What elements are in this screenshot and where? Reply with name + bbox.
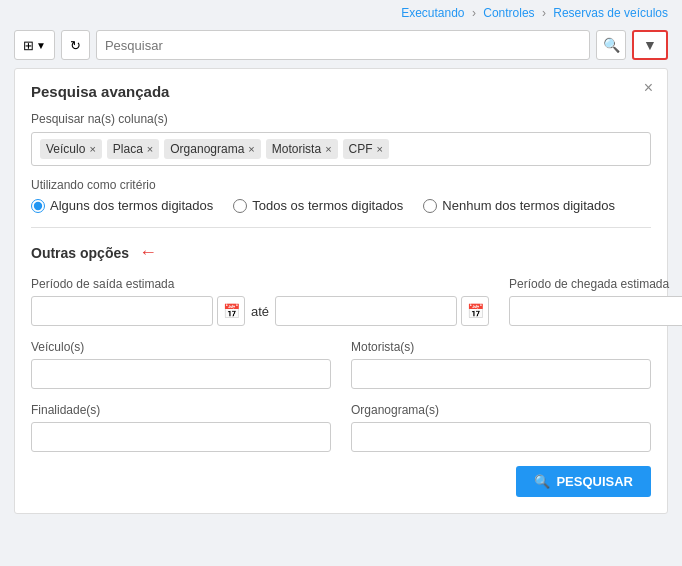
panel-title: Pesquisa avançada	[31, 83, 651, 100]
outras-header: Outras opções ←	[31, 242, 651, 263]
chegada-start-input[interactable]	[509, 296, 682, 326]
breadcrumb-reservas[interactable]: Reservas de veículos	[553, 6, 668, 20]
breadcrumb-controles[interactable]: Controles	[483, 6, 534, 20]
breadcrumb-executando[interactable]: Executando	[401, 6, 464, 20]
radio-nenhum[interactable]: Nenhum dos termos digitados	[423, 198, 615, 213]
search-btn-icon: 🔍	[534, 474, 550, 489]
tag-placa: Placa ×	[107, 139, 159, 159]
tag-veiculo: Veículo ×	[40, 139, 102, 159]
finalidade-organograma-row: Finalidade(s) Organograma(s)	[31, 403, 651, 452]
breadcrumb-sep-1: ›	[472, 6, 476, 20]
tag-organograma-close[interactable]: ×	[248, 143, 254, 155]
calendar-icon: 📅	[223, 303, 240, 319]
radio-alguns[interactable]: Alguns dos termos digitados	[31, 198, 213, 213]
finalidade-input[interactable]	[31, 422, 331, 452]
organograma-field: Organograma(s)	[351, 403, 651, 452]
export-button[interactable]: ⊞ ▼	[14, 30, 55, 60]
filter-button[interactable]: ▼	[632, 30, 668, 60]
calendar-icon-2: 📅	[467, 303, 484, 319]
motorista-field: Motorista(s)	[351, 340, 651, 389]
tag-motorista-label: Motorista	[272, 142, 321, 156]
tag-cpf-close[interactable]: ×	[377, 143, 383, 155]
chegada-date-range: 📅 até 📅	[509, 296, 682, 326]
search-input[interactable]	[96, 30, 590, 60]
dropdown-arrow-icon: ▼	[36, 40, 46, 51]
veiculo-motorista-row: Veículo(s) Motorista(s)	[31, 340, 651, 389]
tags-container: Veículo × Placa × Organograma × Motorist…	[31, 132, 651, 166]
saida-period-group: Período de saída estimada 📅 até 📅	[31, 277, 489, 326]
saida-start-cal-button[interactable]: 📅	[217, 296, 245, 326]
pesquisar-button[interactable]: 🔍 PESQUISAR	[516, 466, 651, 497]
criteria-label: Utilizando como critério	[31, 178, 651, 192]
radio-todos[interactable]: Todos os termos digitados	[233, 198, 403, 213]
saida-end-input[interactable]	[275, 296, 457, 326]
close-button[interactable]: ×	[644, 79, 653, 97]
tag-organograma-label: Organograma	[170, 142, 244, 156]
finalidade-label: Finalidade(s)	[31, 403, 331, 417]
radio-alguns-label: Alguns dos termos digitados	[50, 198, 213, 213]
tag-cpf-label: CPF	[349, 142, 373, 156]
search-btn-label: PESQUISAR	[556, 474, 633, 489]
search-btn-wrap: 🔍 PESQUISAR	[31, 466, 651, 497]
saida-ate-label: até	[249, 304, 271, 319]
tag-placa-label: Placa	[113, 142, 143, 156]
column-label: Pesquisar na(s) coluna(s)	[31, 112, 651, 126]
refresh-button[interactable]: ↻	[61, 30, 90, 60]
tag-motorista-close[interactable]: ×	[325, 143, 331, 155]
saida-label: Período de saída estimada	[31, 277, 489, 291]
divider	[31, 227, 651, 228]
table-icon: ⊞	[23, 38, 34, 53]
search-button[interactable]: 🔍	[596, 30, 626, 60]
saida-end-cal-button[interactable]: 📅	[461, 296, 489, 326]
tag-veiculo-label: Veículo	[46, 142, 85, 156]
tag-motorista: Motorista ×	[266, 139, 338, 159]
veiculo-label: Veículo(s)	[31, 340, 331, 354]
search-input-wrap	[96, 30, 590, 60]
arrow-right-icon: ←	[139, 242, 157, 263]
chegada-label: Período de chegada estimada	[509, 277, 682, 291]
radio-todos-input[interactable]	[233, 199, 247, 213]
search-icon: 🔍	[603, 37, 620, 53]
advanced-search-panel: × Pesquisa avançada Pesquisar na(s) colu…	[14, 68, 668, 514]
radio-nenhum-label: Nenhum dos termos digitados	[442, 198, 615, 213]
outras-title: Outras opções	[31, 245, 129, 261]
saida-start-input[interactable]	[31, 296, 213, 326]
motorista-label: Motorista(s)	[351, 340, 651, 354]
tag-organograma: Organograma ×	[164, 139, 260, 159]
radio-alguns-input[interactable]	[31, 199, 45, 213]
breadcrumb-sep-2: ›	[542, 6, 546, 20]
tag-veiculo-close[interactable]: ×	[89, 143, 95, 155]
veiculo-field: Veículo(s)	[31, 340, 331, 389]
radio-todos-label: Todos os termos digitados	[252, 198, 403, 213]
veiculo-input[interactable]	[31, 359, 331, 389]
radio-nenhum-input[interactable]	[423, 199, 437, 213]
tag-placa-close[interactable]: ×	[147, 143, 153, 155]
period-section: Período de saída estimada 📅 até 📅 Períod…	[31, 277, 651, 326]
breadcrumb: Executando › Controles › Reservas de veí…	[0, 0, 682, 24]
chegada-period-group: Período de chegada estimada 📅 até 📅	[509, 277, 682, 326]
saida-date-range: 📅 até 📅	[31, 296, 489, 326]
tag-cpf: CPF ×	[343, 139, 389, 159]
finalidade-field: Finalidade(s)	[31, 403, 331, 452]
filter-icon: ▼	[643, 37, 657, 53]
radio-group: Alguns dos termos digitados Todos os ter…	[31, 198, 651, 213]
refresh-icon: ↻	[70, 38, 81, 53]
motorista-input[interactable]	[351, 359, 651, 389]
toolbar: ⊞ ▼ ↻ 🔍 ▼	[0, 24, 682, 68]
organograma-input[interactable]	[351, 422, 651, 452]
organograma-label: Organograma(s)	[351, 403, 651, 417]
